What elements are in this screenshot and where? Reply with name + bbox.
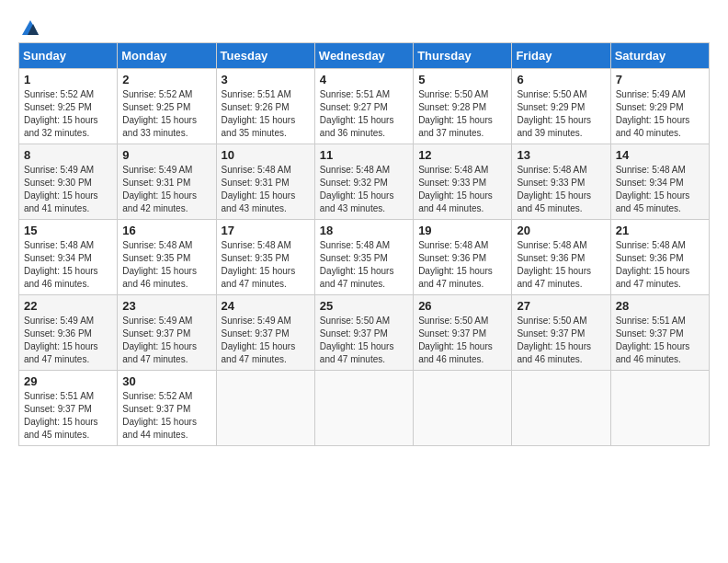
calendar-cell: 28Sunrise: 5:51 AMSunset: 9:37 PMDayligh… [610,295,709,371]
day-info: Sunrise: 5:50 AMSunset: 9:28 PMDaylight:… [418,88,506,140]
day-info: Sunrise: 5:49 AMSunset: 9:30 PMDaylight:… [24,164,112,215]
calendar-header-row: SundayMondayTuesdayWednesdayThursdayFrid… [19,43,710,69]
calendar-cell: 1Sunrise: 5:52 AMSunset: 9:25 PMDaylight… [19,69,118,144]
calendar-cell: 19Sunrise: 5:48 AMSunset: 9:36 PMDayligh… [414,220,512,295]
calendar-cell: 24Sunrise: 5:49 AMSunset: 9:37 PMDayligh… [216,295,314,371]
day-number: 14 [616,148,704,162]
day-info: Sunrise: 5:51 AMSunset: 9:37 PMDaylight:… [24,390,112,442]
day-info: Sunrise: 5:51 AMSunset: 9:26 PMDaylight:… [222,88,310,140]
calendar-week-row: 1Sunrise: 5:52 AMSunset: 9:25 PMDaylight… [19,69,710,144]
day-info: Sunrise: 5:48 AMSunset: 9:36 PMDaylight:… [517,239,605,291]
day-number: 28 [616,299,704,313]
day-info: Sunrise: 5:51 AMSunset: 9:37 PMDaylight:… [616,315,704,366]
calendar-week-row: 22Sunrise: 5:49 AMSunset: 9:36 PMDayligh… [19,295,710,371]
day-number: 23 [122,299,210,313]
day-info: Sunrise: 5:51 AMSunset: 9:27 PMDaylight:… [320,88,408,140]
day-info: Sunrise: 5:48 AMSunset: 9:32 PMDaylight:… [320,164,408,215]
day-number: 22 [24,299,112,313]
calendar-cell: 9Sunrise: 5:49 AMSunset: 9:31 PMDaylight… [118,144,216,220]
day-number: 19 [418,224,506,237]
logo [18,18,40,33]
calendar-cell [512,371,610,446]
calendar-cell: 17Sunrise: 5:48 AMSunset: 9:35 PMDayligh… [216,220,314,295]
day-info: Sunrise: 5:49 AMSunset: 9:36 PMDaylight:… [24,315,112,366]
logo-icon [20,18,40,39]
day-info: Sunrise: 5:49 AMSunset: 9:37 PMDaylight:… [122,315,210,366]
day-number: 13 [517,148,605,162]
column-header-friday: Friday [512,43,610,69]
day-number: 3 [222,73,310,86]
calendar-cell [414,371,512,446]
calendar-cell: 2Sunrise: 5:52 AMSunset: 9:25 PMDaylight… [118,69,216,144]
day-number: 7 [616,73,704,86]
calendar-cell: 8Sunrise: 5:49 AMSunset: 9:30 PMDaylight… [19,144,118,220]
calendar-cell: 21Sunrise: 5:48 AMSunset: 9:36 PMDayligh… [610,220,709,295]
day-info: Sunrise: 5:49 AMSunset: 9:29 PMDaylight:… [616,88,704,140]
day-info: Sunrise: 5:48 AMSunset: 9:34 PMDaylight:… [24,239,112,291]
calendar-cell: 3Sunrise: 5:51 AMSunset: 9:26 PMDaylight… [216,69,314,144]
day-info: Sunrise: 5:48 AMSunset: 9:33 PMDaylight:… [418,164,506,215]
calendar-cell: 23Sunrise: 5:49 AMSunset: 9:37 PMDayligh… [118,295,216,371]
column-header-tuesday: Tuesday [216,43,314,69]
day-number: 6 [517,73,605,86]
column-header-thursday: Thursday [414,43,512,69]
calendar-cell: 13Sunrise: 5:48 AMSunset: 9:33 PMDayligh… [512,144,610,220]
day-number: 30 [122,374,210,388]
calendar-cell: 6Sunrise: 5:50 AMSunset: 9:29 PMDaylight… [512,69,610,144]
day-number: 16 [122,224,210,237]
calendar-week-row: 8Sunrise: 5:49 AMSunset: 9:30 PMDaylight… [19,144,710,220]
calendar-cell: 4Sunrise: 5:51 AMSunset: 9:27 PMDaylight… [314,69,413,144]
day-number: 10 [222,148,310,162]
day-number: 17 [222,224,310,237]
calendar-cell: 7Sunrise: 5:49 AMSunset: 9:29 PMDaylight… [610,69,709,144]
day-info: Sunrise: 5:50 AMSunset: 9:37 PMDaylight:… [320,315,408,366]
day-number: 9 [122,148,210,162]
calendar-cell: 11Sunrise: 5:48 AMSunset: 9:32 PMDayligh… [314,144,413,220]
day-info: Sunrise: 5:50 AMSunset: 9:37 PMDaylight:… [517,315,605,366]
calendar-cell: 5Sunrise: 5:50 AMSunset: 9:28 PMDaylight… [414,69,512,144]
day-info: Sunrise: 5:52 AMSunset: 9:37 PMDaylight:… [122,390,210,442]
calendar-week-row: 29Sunrise: 5:51 AMSunset: 9:37 PMDayligh… [19,371,710,446]
day-info: Sunrise: 5:48 AMSunset: 9:35 PMDaylight:… [222,239,310,291]
day-number: 25 [320,299,408,313]
calendar-cell: 26Sunrise: 5:50 AMSunset: 9:37 PMDayligh… [414,295,512,371]
day-info: Sunrise: 5:50 AMSunset: 9:37 PMDaylight:… [418,315,506,366]
day-number: 18 [320,224,408,237]
page-header [18,18,710,33]
calendar-cell: 27Sunrise: 5:50 AMSunset: 9:37 PMDayligh… [512,295,610,371]
day-info: Sunrise: 5:50 AMSunset: 9:29 PMDaylight:… [517,88,605,140]
day-number: 5 [418,73,506,86]
calendar-cell: 22Sunrise: 5:49 AMSunset: 9:36 PMDayligh… [19,295,118,371]
day-number: 11 [320,148,408,162]
column-header-monday: Monday [118,43,216,69]
day-info: Sunrise: 5:49 AMSunset: 9:31 PMDaylight:… [122,164,210,215]
day-number: 24 [222,299,310,313]
calendar-cell: 29Sunrise: 5:51 AMSunset: 9:37 PMDayligh… [19,371,118,446]
day-number: 20 [517,224,605,237]
day-info: Sunrise: 5:52 AMSunset: 9:25 PMDaylight:… [122,88,210,140]
day-info: Sunrise: 5:48 AMSunset: 9:35 PMDaylight:… [320,239,408,291]
day-info: Sunrise: 5:48 AMSunset: 9:36 PMDaylight:… [418,239,506,291]
column-header-wednesday: Wednesday [314,43,413,69]
day-info: Sunrise: 5:49 AMSunset: 9:37 PMDaylight:… [222,315,310,366]
calendar-body: 1Sunrise: 5:52 AMSunset: 9:25 PMDaylight… [19,69,710,446]
calendar-table: SundayMondayTuesdayWednesdayThursdayFrid… [18,42,710,446]
day-number: 4 [320,73,408,86]
column-header-saturday: Saturday [610,43,709,69]
calendar-cell: 16Sunrise: 5:48 AMSunset: 9:35 PMDayligh… [118,220,216,295]
calendar-cell: 25Sunrise: 5:50 AMSunset: 9:37 PMDayligh… [314,295,413,371]
calendar-cell: 18Sunrise: 5:48 AMSunset: 9:35 PMDayligh… [314,220,413,295]
day-number: 12 [418,148,506,162]
day-info: Sunrise: 5:52 AMSunset: 9:25 PMDaylight:… [24,88,112,140]
calendar-cell: 15Sunrise: 5:48 AMSunset: 9:34 PMDayligh… [19,220,118,295]
calendar-cell [314,371,413,446]
day-info: Sunrise: 5:48 AMSunset: 9:35 PMDaylight:… [122,239,210,291]
calendar-cell: 14Sunrise: 5:48 AMSunset: 9:34 PMDayligh… [610,144,709,220]
day-number: 1 [24,73,112,86]
day-info: Sunrise: 5:48 AMSunset: 9:36 PMDaylight:… [616,239,704,291]
calendar-cell: 12Sunrise: 5:48 AMSunset: 9:33 PMDayligh… [414,144,512,220]
day-number: 2 [122,73,210,86]
day-info: Sunrise: 5:48 AMSunset: 9:33 PMDaylight:… [517,164,605,215]
calendar-cell: 10Sunrise: 5:48 AMSunset: 9:31 PMDayligh… [216,144,314,220]
day-info: Sunrise: 5:48 AMSunset: 9:34 PMDaylight:… [616,164,704,215]
